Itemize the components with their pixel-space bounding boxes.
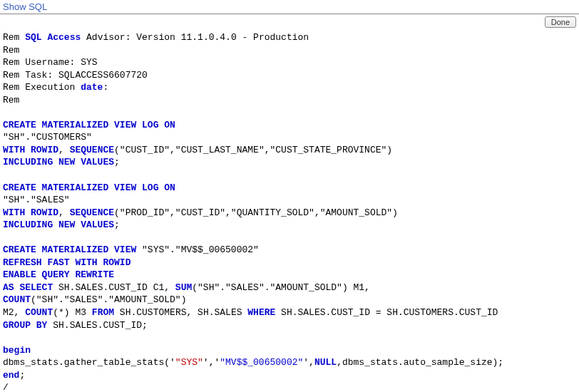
- slash: /: [3, 382, 9, 392]
- rem-user: Rem Username: SYS: [3, 57, 98, 68]
- mvlog1-table: "SH"."CUSTOMERS": [3, 132, 92, 143]
- mvlog2-create: CREATE MATERIALIZED VIEW LOG ON: [3, 182, 175, 193]
- comma1: ,: [58, 145, 70, 155]
- semi2: ;: [114, 220, 120, 230]
- groupby-col: SH.SALES.CUST_ID;: [47, 320, 147, 331]
- button-bar: Done: [0, 14, 579, 30]
- qcommaq: ',': [203, 357, 220, 368]
- mv-enableqr: ENABLE QUERY REWRITE: [3, 269, 114, 280]
- sys-lit: "SYS": [175, 357, 203, 368]
- count2-kw: COUNT: [25, 307, 53, 318]
- count-arg: ("SH"."SALES"."AMOUNT_SOLD"): [31, 294, 186, 305]
- comma2: ,: [58, 207, 70, 218]
- groupby-kw: GROUP BY: [3, 320, 47, 331]
- mvlog1-seq: SEQUENCE: [70, 145, 114, 155]
- rem-line: Rem: [3, 32, 25, 43]
- rem-task: Rem Task: SQLACCESS6607720: [3, 70, 148, 81]
- page-title: Show SQL: [0, 0, 579, 14]
- null-kw: NULL: [314, 357, 337, 368]
- sum-arg: ("SH"."SALES"."AMOUNT_SOLD") M1,: [192, 282, 370, 293]
- count-kw: COUNT: [3, 294, 31, 305]
- mv-name: "SYS"."MV$$_00650002": [136, 244, 259, 255]
- mvlog2-seq: SEQUENCE: [70, 207, 114, 218]
- mvlog1-incl: INCLUDING NEW VALUES: [3, 157, 114, 167]
- m2: M2,: [3, 307, 25, 318]
- from-kw: FROM: [92, 307, 114, 318]
- sql-code-block: Rem SQL Access Advisor: Version 11.1.0.4…: [0, 30, 579, 392]
- rem-advisor: Advisor: Version 11.1.0.4.0 - Production: [81, 32, 309, 43]
- mvlog1-create: CREATE MATERIALIZED VIEW LOG ON: [3, 120, 175, 130]
- rem-date-kw: date: [81, 82, 103, 93]
- mvlog1-cols: ("CUST_ID","CUST_LAST_NAME","CUST_STATE_…: [114, 145, 392, 155]
- countstar: (*) M3: [53, 307, 92, 318]
- where-cond: SH.SALES.CUST_ID = SH.CUSTOMERS.CUST_ID: [275, 307, 498, 318]
- rem-exec-post: :: [103, 82, 108, 93]
- semi1: ;: [114, 157, 120, 167]
- rem-last: Rem: [3, 95, 19, 105]
- begin-kw: begin: [3, 345, 31, 356]
- sum-kw: SUM: [175, 282, 192, 293]
- from-tbl: SH.CUSTOMERS, SH.SALES: [114, 307, 247, 318]
- end-kw: end: [3, 370, 19, 381]
- gather-end: ,dbms_stats.auto_sample_size);: [337, 357, 503, 368]
- done-button[interactable]: Done: [545, 16, 576, 28]
- mv-refresh: REFRESH FAST WITH ROWID: [3, 257, 130, 268]
- mv-create: CREATE MATERIALIZED VIEW: [3, 244, 136, 255]
- rem-blank: Rem: [3, 45, 25, 56]
- mvlog1-withrowid: WITH ROWID: [3, 145, 58, 155]
- mv-lit: "MV$$_00650002": [220, 357, 303, 368]
- gather-pre: dbms_stats.gather_table_stats(': [3, 357, 175, 368]
- gather-tail: ',: [303, 357, 314, 368]
- mvlog2-withrowid: WITH ROWID: [3, 207, 58, 218]
- rem-access: Access: [47, 32, 81, 43]
- mvlog2-table: "SH"."SALES": [3, 195, 70, 205]
- semi3: ;: [19, 370, 25, 381]
- mv-asselect: AS SELECT: [3, 282, 53, 293]
- rem-sql: SQL: [25, 32, 41, 43]
- mvlog2-incl: INCLUDING NEW VALUES: [3, 220, 114, 230]
- rem-exec-pre: Rem Execution: [3, 82, 81, 93]
- sel1: SH.SALES.CUST_ID C1,: [53, 282, 175, 293]
- mvlog2-cols: ("PROD_ID","CUST_ID","QUANTITY_SOLD","AM…: [114, 207, 398, 218]
- where-kw: WHERE: [247, 307, 275, 318]
